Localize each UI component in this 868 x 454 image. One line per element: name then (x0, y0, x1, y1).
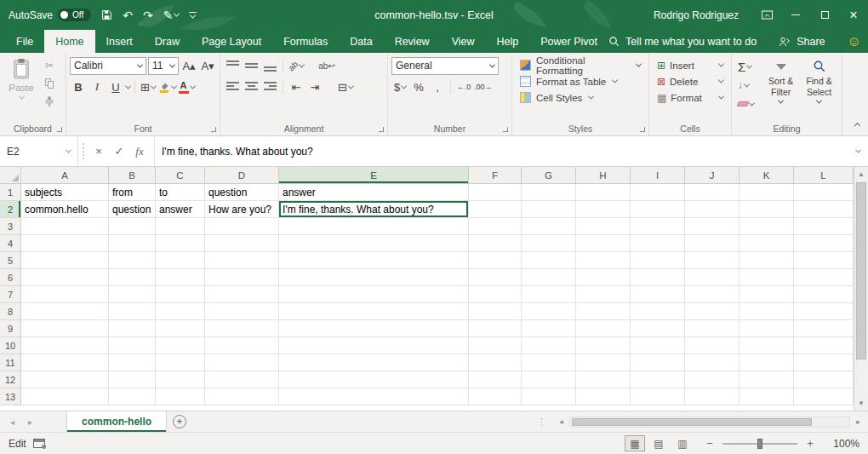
cell-E4[interactable] (279, 235, 469, 252)
clear-button[interactable] (735, 95, 762, 112)
cell-G8[interactable] (522, 303, 576, 320)
new-sheet-button[interactable]: + (173, 415, 186, 428)
expand-formula-bar-button[interactable] (848, 136, 868, 166)
cell-E7[interactable] (279, 286, 469, 303)
cell-F7[interactable] (469, 286, 522, 303)
cell-C12[interactable] (156, 371, 205, 388)
cell-J13[interactable] (685, 388, 740, 405)
cell-D11[interactable] (205, 354, 279, 371)
font-name-combo[interactable]: Calibri (70, 57, 146, 75)
cell-J10[interactable] (685, 337, 740, 354)
name-box[interactable]: E2 (0, 136, 78, 166)
autosum-button[interactable]: Σ (735, 58, 762, 75)
row-header-9[interactable]: 9 (0, 320, 21, 337)
middle-align-button[interactable] (243, 57, 260, 74)
row-header-13[interactable]: 13 (0, 388, 21, 405)
column-header-A[interactable]: A (21, 167, 109, 184)
cell-L13[interactable] (794, 388, 854, 405)
scroll-left-arrow[interactable]: ◂ (555, 417, 568, 426)
cell-K5[interactable] (740, 252, 794, 269)
cell-D12[interactable] (205, 371, 279, 388)
cell-J11[interactable] (685, 354, 740, 371)
cell-L11[interactable] (794, 354, 854, 371)
page-layout-view-button[interactable]: ▤ (648, 435, 669, 451)
cell-F8[interactable] (469, 303, 522, 320)
undo-button[interactable]: ↶ (123, 9, 133, 21)
ribbon-tab-data[interactable]: Data (339, 30, 383, 53)
redo-button[interactable]: ↷ (143, 9, 153, 21)
top-align-button[interactable] (224, 57, 241, 74)
grow-font-button[interactable]: A▴ (180, 57, 197, 74)
cell-G4[interactable] (522, 235, 576, 252)
scroll-up-arrow[interactable]: ▲ (858, 168, 865, 181)
cell-E6[interactable] (279, 269, 469, 286)
ribbon-tab-file[interactable]: File (5, 30, 44, 53)
cell-L5[interactable] (794, 252, 854, 269)
previous-sheet-arrow[interactable]: ◂ (10, 417, 14, 427)
cell-A5[interactable] (21, 252, 109, 269)
increase-decimal-button[interactable]: ←.0 (455, 78, 472, 95)
cell-J12[interactable] (685, 371, 740, 388)
percent-style-button[interactable]: % (410, 78, 427, 95)
cell-E2[interactable]: I'm fine, thanks. What about you? (279, 201, 469, 218)
cell-H9[interactable] (576, 320, 631, 337)
cell-F4[interactable] (469, 235, 522, 252)
cell-F6[interactable] (469, 269, 522, 286)
scroll-down-arrow[interactable]: ▼ (858, 397, 865, 410)
cell-C11[interactable] (156, 354, 205, 371)
cell-D5[interactable] (205, 252, 279, 269)
cell-F5[interactable] (469, 252, 522, 269)
zoom-in-button[interactable]: + (805, 437, 815, 450)
cell-A2[interactable]: common.hello (21, 201, 109, 218)
formula-bar-divider[interactable] (78, 143, 84, 159)
cell-F3[interactable] (469, 218, 522, 235)
cell-D6[interactable] (205, 269, 279, 286)
autosave-switch[interactable]: Off (58, 9, 91, 21)
cell-E9[interactable] (279, 320, 469, 337)
underline-button[interactable]: U (107, 78, 124, 95)
cut-button[interactable]: ✂ (39, 58, 60, 73)
cell-B1[interactable]: from (109, 184, 156, 201)
collapse-ribbon-button[interactable] (855, 118, 859, 130)
cell-G9[interactable] (522, 320, 576, 337)
cell-L8[interactable] (794, 303, 854, 320)
column-header-L[interactable]: L (794, 167, 854, 184)
format-painter-button[interactable] (39, 94, 60, 109)
column-header-I[interactable]: I (631, 167, 685, 184)
cell-K4[interactable] (740, 235, 794, 252)
cell-A10[interactable] (21, 337, 109, 354)
italic-button[interactable]: I (89, 78, 106, 95)
autosave-toggle[interactable]: AutoSave Off (9, 9, 91, 21)
cell-I6[interactable] (631, 269, 685, 286)
cell-B5[interactable] (109, 252, 156, 269)
cell-C6[interactable] (156, 269, 205, 286)
borders-button[interactable]: ⊞ (140, 78, 157, 95)
cell-K8[interactable] (740, 303, 794, 320)
cell-B4[interactable] (109, 235, 156, 252)
cell-K12[interactable] (740, 371, 794, 388)
zoom-slider-thumb[interactable] (757, 439, 762, 449)
cell-J4[interactable] (685, 235, 740, 252)
next-sheet-arrow[interactable]: ▸ (28, 417, 32, 427)
cell-C2[interactable]: answer (156, 201, 205, 218)
cell-H10[interactable] (576, 337, 631, 354)
sort-filter-button[interactable]: Sort & Filter (762, 56, 800, 122)
cell-A6[interactable] (21, 269, 109, 286)
tab-scroll-split-handle[interactable]: ⋮ (532, 417, 551, 428)
cell-A12[interactable] (21, 371, 109, 388)
cell-J3[interactable] (685, 218, 740, 235)
cell-A4[interactable] (21, 235, 109, 252)
column-header-E[interactable]: E (279, 167, 469, 184)
ribbon-tab-page-layout[interactable]: Page Layout (191, 30, 272, 53)
cell-A13[interactable] (21, 388, 109, 405)
cell-H11[interactable] (576, 354, 631, 371)
cell-B2[interactable]: question (109, 201, 156, 218)
cell-K13[interactable] (740, 388, 794, 405)
cell-C10[interactable] (156, 337, 205, 354)
cell-A7[interactable] (21, 286, 109, 303)
paste-button[interactable]: Paste (3, 56, 39, 109)
cell-A1[interactable]: subjects (21, 184, 109, 201)
vertical-scroll-track[interactable] (854, 181, 868, 397)
cell-C8[interactable] (156, 303, 205, 320)
row-header-11[interactable]: 11 (0, 354, 21, 371)
